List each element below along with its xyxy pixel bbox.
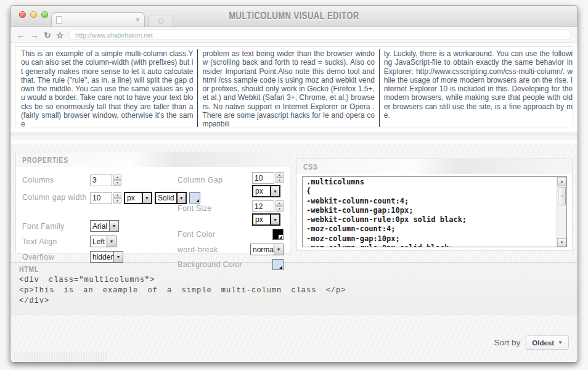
traffic-lights [19, 11, 48, 18]
css-title: CSS [303, 162, 318, 171]
word-break-select[interactable]: normal ▼ [250, 244, 284, 255]
spinner-down-icon[interactable]: ▼ [113, 180, 121, 186]
horizontal-splitter [10, 133, 578, 139]
spinner-up-icon[interactable]: ▲ [113, 175, 121, 180]
url-input[interactable]: http://www.shabirhakim.net [68, 30, 571, 40]
font-family-select[interactable]: Arial ▼ [90, 220, 119, 232]
html-code: <div class="multicolumns"><p>This is an … [19, 275, 569, 306]
zoom-window-button[interactable] [41, 11, 48, 18]
font-family-label: Font Family [22, 222, 90, 231]
column-gap-stepper: ▲ ▼ [252, 172, 284, 184]
font-size-unit-value: px [253, 215, 270, 224]
vertical-scrollbar[interactable]: ▲ ≡ ▼ [557, 177, 566, 247]
columns-label: Columns [22, 176, 90, 184]
font-size-unit-select[interactable]: px ▼ [252, 213, 280, 226]
demo-text-column-2: problem as text being wider than the bro… [198, 49, 378, 128]
css-code-editor[interactable]: .multicolumns{-webkit-column-count:4;-we… [302, 176, 567, 247]
font-size-input[interactable] [252, 200, 274, 212]
text-align-select[interactable]: Left ▼ [90, 236, 116, 247]
word-break-label: word-break [178, 245, 218, 254]
font-color-swatch[interactable] [272, 229, 284, 240]
column-gap-input[interactable] [252, 172, 274, 184]
dropdown-arrow-icon[interactable]: ▼ [270, 215, 279, 224]
dropdown-arrow-icon[interactable]: ▼ [113, 252, 123, 262]
rule-style-value: Solid [156, 193, 176, 203]
sort-caret-icon: ▼ [558, 340, 563, 345]
column-gap-width-label: Column gap width [22, 192, 90, 202]
overflow-label: Overflow [22, 253, 90, 261]
minimize-window-button[interactable] [30, 11, 37, 18]
spinner-down-icon[interactable]: ▼ [276, 178, 284, 183]
text-align-value: Left [91, 236, 107, 247]
scroll-up-icon[interactable]: ▲ [557, 177, 566, 186]
font-family-value: Arial [91, 221, 109, 231]
dropdown-arrow-icon[interactable]: ▼ [107, 236, 116, 247]
overflow-select[interactable]: hidden ▼ [90, 251, 123, 263]
css-header: CSS [297, 159, 572, 174]
background-color-label: Background Color [178, 260, 242, 269]
properties-panel: PROPERTIES Columns ▲ ▼ [15, 152, 290, 254]
properties-header: PROPERTIES [16, 152, 290, 167]
column-gap-label: Column Gap [178, 172, 223, 184]
dropdown-arrow-icon[interactable]: ▼ [142, 193, 151, 203]
gap-unit-value: px [125, 193, 142, 203]
spinner-down-icon[interactable]: ▼ [276, 206, 284, 212]
text-align-label: Text Align [22, 237, 90, 246]
sort-order-button[interactable]: Oldest ▼ [526, 335, 569, 350]
refresh-icon[interactable]: ↻ [44, 31, 51, 39]
sort-bar: Sort by Oldest ▼ [494, 335, 570, 350]
column-gap-unit-select[interactable]: px ▼ [252, 185, 280, 197]
sort-order-value: Oldest [532, 339, 554, 347]
demo-text-column-1: This is an example of a simple multi-col… [17, 49, 197, 128]
dropdown-arrow-icon[interactable]: ▼ [270, 186, 279, 196]
new-tab-icon [158, 18, 164, 24]
browser-tab[interactable]: × [51, 12, 145, 27]
new-tab-button[interactable] [149, 15, 173, 27]
columns-stepper: ▲ ▼ [90, 175, 121, 186]
window-body: This is an example of a simple multi-col… [10, 46, 578, 363]
demo-text-column-3: ty. Luckily, there is a workaround. You … [380, 49, 573, 128]
properties-title: PROPERTIES [22, 155, 68, 165]
bookmark-star-icon[interactable]: ☆ [56, 31, 64, 39]
corner-texture [14, 352, 107, 363]
font-size-stepper: ▲ ▼ [252, 200, 284, 212]
sort-by-label: Sort by [494, 338, 521, 347]
titlebar: MULTICOLUMN VISUAL EDITOR × [10, 6, 578, 27]
url-bar: ← → ↻ ☆ http://www.shabirhakim.net [10, 27, 578, 43]
css-code: .multicolumns{-webkit-column-count:4;-we… [303, 177, 566, 247]
workspace: PROPERTIES Columns ▲ ▼ [10, 144, 578, 363]
back-icon[interactable]: ← [17, 31, 25, 39]
rule-color-swatch[interactable] [189, 192, 200, 204]
dropdown-arrow-icon[interactable]: ▼ [274, 244, 283, 255]
background-color-swatch[interactable] [272, 259, 284, 270]
column-gap-unit-value: px [253, 186, 270, 196]
column-gap-width-stepper: ▲ ▼ [90, 192, 121, 204]
spinner-up-icon[interactable]: ▲ [276, 172, 284, 178]
gap-unit-select[interactable]: px ▼ [124, 192, 152, 204]
close-window-button[interactable] [19, 11, 26, 18]
spinner-down-icon[interactable]: ▼ [113, 198, 121, 204]
font-color-label: Font Color [178, 230, 215, 239]
page-icon [56, 16, 62, 24]
spinner-up-icon[interactable]: ▲ [113, 192, 121, 198]
css-panel: CSS .multicolumns{-webkit-column-count:4… [296, 158, 573, 251]
scroll-down-icon[interactable]: ▼ [557, 238, 566, 247]
spinner-up-icon[interactable]: ▲ [276, 200, 284, 206]
word-break-value: normal [251, 244, 274, 255]
column-gap-width-input[interactable] [90, 192, 112, 204]
columns-input[interactable] [90, 175, 112, 186]
tab-close-icon[interactable]: × [136, 16, 140, 23]
forward-icon[interactable]: → [30, 31, 39, 39]
dropdown-arrow-icon[interactable]: ▼ [109, 221, 118, 231]
overflow-value: hidden [91, 252, 113, 262]
html-title: HTML [19, 265, 39, 274]
scrollbar-thumb[interactable]: ≡ [558, 187, 566, 205]
browser-window: MULTICOLUMN VISUAL EDITOR × ← → ↻ ☆ http… [10, 5, 578, 363]
multicolumn-preview: This is an example of a simple multi-col… [15, 46, 573, 128]
